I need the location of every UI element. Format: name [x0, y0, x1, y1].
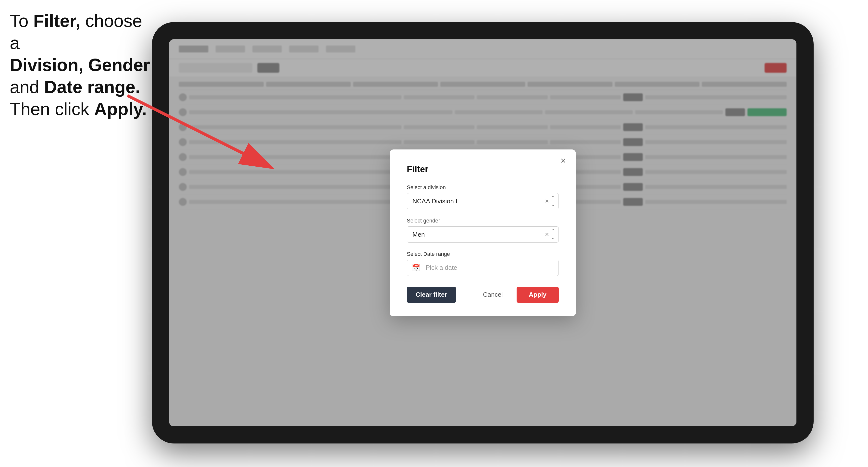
- gender-select-wrapper: Men × ⌃⌄: [407, 226, 559, 243]
- instruction-line3: and Date range.: [10, 77, 140, 97]
- date-placeholder: Pick a date: [426, 264, 457, 272]
- division-form-group: Select a division NCAA Division I × ⌃⌄: [407, 184, 559, 209]
- division-select[interactable]: NCAA Division I: [407, 193, 559, 209]
- division-arrow-icon[interactable]: ⌃⌄: [551, 195, 555, 208]
- division-label: Select a division: [407, 184, 559, 191]
- modal-close-button[interactable]: ×: [558, 155, 568, 166]
- date-label: Select Date range: [407, 251, 559, 257]
- date-form-group: Select Date range 📅 Pick a date: [407, 251, 559, 276]
- apply-button[interactable]: Apply: [517, 287, 559, 303]
- filter-modal: × Filter Select a division NCAA Division…: [390, 150, 576, 316]
- tablet-screen: × Filter Select a division NCAA Division…: [169, 39, 797, 426]
- date-input-wrapper: 📅 Pick a date: [407, 260, 559, 276]
- tablet-device: × Filter Select a division NCAA Division…: [152, 22, 814, 443]
- instruction-text: To Filter, choose a Division, Gender and…: [10, 10, 152, 120]
- division-select-controls: × ⌃⌄: [545, 195, 555, 208]
- gender-arrow-icon[interactable]: ⌃⌄: [551, 228, 555, 241]
- instruction-bold2: Division, Gender: [10, 55, 150, 75]
- gender-form-group: Select gender Men × ⌃⌄: [407, 218, 559, 243]
- gender-select[interactable]: Men: [407, 226, 559, 243]
- footer-right-buttons: Cancel Apply: [474, 287, 559, 303]
- cancel-button[interactable]: Cancel: [474, 287, 512, 303]
- division-clear-icon[interactable]: ×: [545, 198, 549, 205]
- gender-select-controls: × ⌃⌄: [545, 228, 555, 241]
- instruction-line4: Then click Apply.: [10, 99, 147, 119]
- date-input[interactable]: Pick a date: [407, 260, 559, 276]
- calendar-icon: 📅: [412, 263, 420, 272]
- modal-overlay: × Filter Select a division NCAA Division…: [169, 39, 797, 426]
- modal-footer: Clear filter Cancel Apply: [407, 287, 559, 303]
- division-select-wrapper: NCAA Division I × ⌃⌄: [407, 193, 559, 209]
- clear-filter-button[interactable]: Clear filter: [407, 287, 456, 303]
- gender-clear-icon[interactable]: ×: [545, 231, 549, 238]
- gender-label: Select gender: [407, 218, 559, 224]
- instruction-line1: To Filter, choose a: [10, 11, 142, 53]
- modal-title: Filter: [407, 164, 559, 175]
